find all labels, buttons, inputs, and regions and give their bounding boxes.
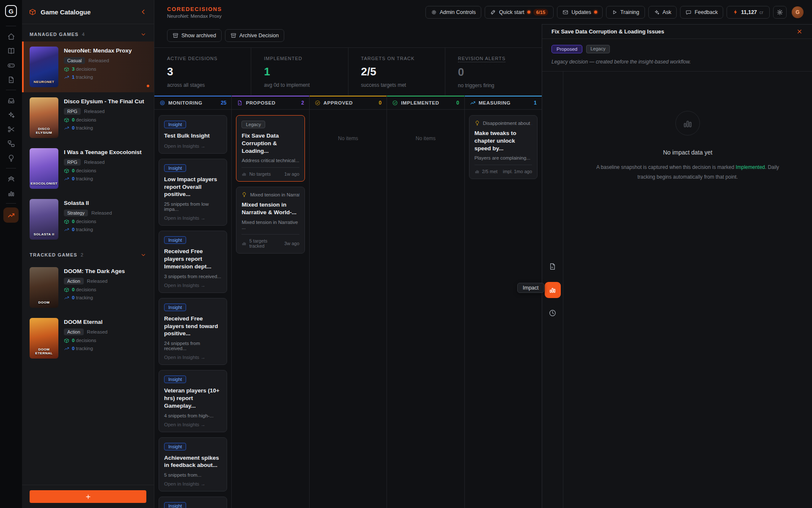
analytics-icon[interactable] bbox=[4, 187, 18, 199]
sparkles-icon[interactable] bbox=[4, 108, 18, 121]
decision-card[interactable]: Disappointment about ... Make tweaks to … bbox=[469, 115, 538, 179]
column-measuring: MEASURING 1 Disappointment about ... Mak… bbox=[465, 96, 542, 508]
detail-tab-rail bbox=[542, 72, 563, 508]
column-header: PROPOSED 2 bbox=[232, 96, 309, 110]
release-status: Released bbox=[88, 58, 109, 63]
training-button[interactable]: Training bbox=[606, 6, 645, 19]
ask-button[interactable]: Ask bbox=[648, 6, 677, 19]
insight-card[interactable]: Insight Veteran players (very high engag… bbox=[159, 497, 227, 508]
open-in-insights-link[interactable]: Open in Insights → bbox=[164, 215, 222, 221]
clock-icon bbox=[549, 309, 557, 317]
stat-value: 1 bbox=[264, 65, 348, 78]
game-item-exocolonist[interactable]: EXOCOLONIST I Was a Teenage Exocolonist … bbox=[22, 143, 154, 194]
notification-dot bbox=[527, 11, 530, 14]
home-icon[interactable] bbox=[4, 30, 18, 43]
managed-games-header[interactable]: MANAGED GAMES 4 bbox=[22, 24, 154, 41]
close-panel-button[interactable] bbox=[796, 28, 803, 35]
bars-icon bbox=[241, 171, 247, 177]
column-implemented: IMPLEMENTED 0 No items bbox=[387, 96, 464, 508]
insight-card[interactable]: Insight Received Free players tend towar… bbox=[159, 298, 227, 365]
linked-insight: Disappointment about ... bbox=[483, 121, 532, 126]
tab-history[interactable] bbox=[545, 305, 561, 321]
insight-card[interactable]: Insight Test Bulk Insight Open in Insigh… bbox=[159, 115, 227, 154]
open-in-insights-link[interactable]: Open in Insights → bbox=[164, 283, 222, 288]
collections-icon[interactable] bbox=[4, 137, 18, 150]
show-archived-button[interactable]: Show archived bbox=[167, 29, 222, 42]
game-title: NeuroNet: Mendax Proxy bbox=[64, 47, 132, 55]
gamepad-icon[interactable] bbox=[4, 59, 18, 72]
library-icon[interactable] bbox=[4, 44, 18, 57]
game-item-doom-dark-ages[interactable]: DOOM DOOM: The Dark Ages Action Released… bbox=[22, 262, 154, 313]
tracking-icon bbox=[64, 176, 69, 182]
decisions-board: Show archived Archive Decision ACTIVE DE… bbox=[154, 24, 542, 508]
decisions-count: 0 bbox=[72, 168, 74, 173]
tab-details[interactable] bbox=[545, 259, 561, 275]
decision-card[interactable]: Mixed tension in Narrat... Mixed tension… bbox=[236, 187, 304, 254]
target-icon bbox=[159, 100, 165, 106]
release-status: Released bbox=[91, 210, 112, 215]
game-cover: NEURONET bbox=[30, 47, 58, 87]
decisions-count: 0 bbox=[72, 287, 74, 292]
tab-impact-active[interactable] bbox=[545, 282, 561, 298]
insight-card[interactable]: Insight Veteran players (10+ hrs) report… bbox=[159, 370, 227, 432]
admin-controls-button[interactable]: Admin Controls bbox=[425, 6, 481, 19]
stat-subtext: avg 0d to implement bbox=[264, 82, 348, 88]
tracking-icon bbox=[64, 227, 69, 232]
stat-value: 3 bbox=[167, 65, 251, 78]
decisions-count: 0 bbox=[72, 219, 74, 224]
chevron-down-icon[interactable] bbox=[140, 31, 146, 37]
stat-subtext: no triggers firing bbox=[458, 83, 542, 88]
collapse-sidebar-button[interactable] bbox=[140, 8, 147, 16]
updates-button[interactable]: Updates bbox=[557, 6, 603, 19]
tracking-count: 0 bbox=[72, 295, 74, 300]
tracking-icon-active[interactable] bbox=[3, 207, 19, 223]
scissors-icon[interactable] bbox=[4, 123, 18, 135]
user-avatar[interactable]: G bbox=[792, 6, 804, 18]
app-root: G Game Catalogue MANAGED GAMES 4 NEURO bbox=[0, 0, 812, 508]
app-logo[interactable]: G bbox=[5, 5, 17, 17]
game-item-neuronet[interactable]: NEURONET NeuroNet: Mendax Proxy Casual R… bbox=[22, 41, 154, 92]
tracked-games-header[interactable]: TRACKED GAMES 2 bbox=[22, 245, 154, 262]
section-count: 2 bbox=[81, 252, 83, 257]
game-cover: DISCO ELYSIUM bbox=[30, 97, 58, 138]
open-in-insights-link[interactable]: Open in Insights → bbox=[164, 355, 222, 360]
current-game-subtitle: NeuroNet: Mendax Proxy bbox=[167, 14, 222, 19]
column-header: IMPLEMENTED 0 bbox=[387, 96, 464, 110]
open-in-insights-link[interactable]: Open in Insights → bbox=[164, 144, 222, 149]
feedback-button[interactable]: Feedback bbox=[680, 6, 723, 19]
decision-card-selected[interactable]: Legacy Fix Save Data Corruption & Loadin… bbox=[236, 115, 304, 182]
column-header: MONITORING 25 bbox=[154, 96, 231, 110]
credits-balance[interactable]: 11,127 cr bbox=[727, 6, 770, 19]
lightbulb-icon[interactable] bbox=[4, 152, 18, 164]
add-game-button[interactable] bbox=[30, 490, 146, 503]
insight-card[interactable]: Insight Low Impact players report Overal… bbox=[159, 159, 227, 226]
tracking-icon bbox=[64, 346, 69, 351]
genre-chip: RPG bbox=[64, 159, 81, 166]
open-in-insights-link[interactable]: Open in Insights → bbox=[164, 422, 222, 427]
sun-icon bbox=[776, 9, 783, 16]
stat-implemented: IMPLEMENTED 1 avg 0d to implement bbox=[251, 48, 348, 95]
theme-toggle-button[interactable] bbox=[773, 6, 787, 19]
release-status: Released bbox=[87, 329, 108, 334]
document-icon[interactable] bbox=[4, 73, 18, 86]
insight-card[interactable]: Insight Received Free players report Imm… bbox=[159, 231, 227, 293]
insight-card[interactable]: Insight Achievement spikes in feedback a… bbox=[159, 437, 227, 492]
quick-start-button[interactable]: Quick start 6/15 bbox=[485, 6, 554, 19]
chevron-down-icon[interactable] bbox=[140, 252, 146, 258]
stat-value: 2/5 bbox=[361, 65, 445, 78]
targets-summary: 2/5 met bbox=[482, 169, 498, 174]
archive-decision-button[interactable]: Archive Decision bbox=[225, 29, 284, 42]
game-item-disco-elysium[interactable]: DISCO ELYSIUM Disco Elysium - The Final … bbox=[22, 92, 154, 143]
open-in-insights-link[interactable]: Open in Insights → bbox=[164, 481, 222, 486]
community-icon[interactable] bbox=[4, 172, 18, 185]
inbox-icon[interactable] bbox=[4, 94, 18, 107]
game-item-solasta[interactable]: SOLASTA II Solasta II Strategy Released … bbox=[22, 194, 154, 245]
game-item-doom-eternal[interactable]: DOOM ETERNAL DOOM Eternal Action Release… bbox=[22, 313, 154, 364]
sidebar-title: Game Catalogue bbox=[41, 8, 135, 16]
game-title: DOOM Eternal bbox=[64, 319, 107, 326]
linked-insight: Mixed tension in Narrat... bbox=[250, 192, 299, 197]
impact-tab-tooltip: Impact bbox=[517, 283, 544, 293]
bar-chart-icon bbox=[675, 111, 700, 135]
section-label: MANAGED GAMES bbox=[30, 32, 79, 37]
tracking-count: 1 bbox=[72, 75, 74, 80]
